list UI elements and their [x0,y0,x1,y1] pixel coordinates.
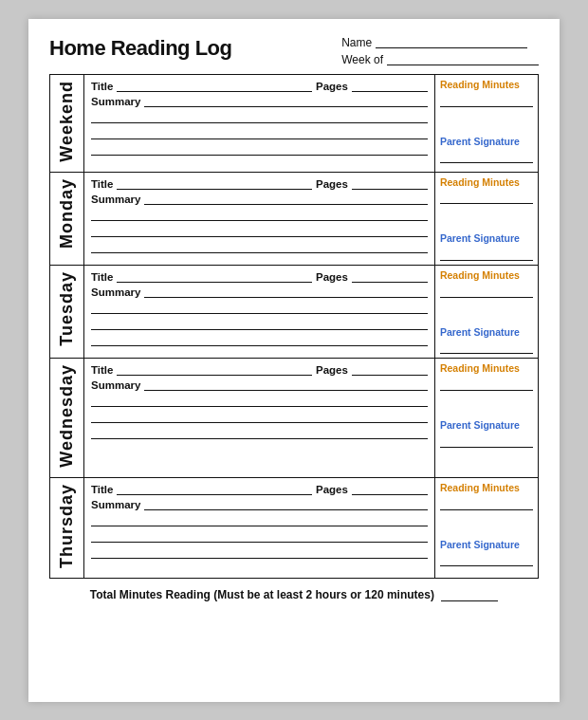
day-cell-tuesday: Tuesday [50,265,84,358]
title-underline[interactable] [117,270,312,283]
parent-line-weekend[interactable] [440,150,533,163]
title-row-tuesday: Title Pages [91,270,428,283]
parent-line-monday[interactable] [440,248,533,261]
line2-wednesday [91,410,428,423]
pages-underline[interactable] [352,80,428,92]
table-row: Thursday Title Pages Summary [50,477,539,578]
sig-cell-wednesday: Reading Minutes Parent Signature [434,359,538,478]
parent-sig-tuesday: Parent Signature [440,326,533,340]
summary-underline[interactable] [144,95,427,107]
day-label-wednesday: Wednesday [57,360,77,471]
sig-cell-thursday: Reading Minutes Parent Signature [434,477,538,578]
table-row: Wednesday Title Pages Summary [50,359,539,478]
title-label: Title [91,364,113,376]
pages-label: Pages [316,484,348,495]
reading-minutes-tuesday: Reading Minutes [440,269,533,283]
name-underline[interactable] [376,37,527,48]
line2-tuesday [91,317,428,330]
summary-underline[interactable] [144,286,427,298]
pages-underline[interactable] [352,177,428,190]
week-label: Week of [341,53,383,66]
summary-row-monday: Summary [91,193,428,205]
line3-tuesday [91,333,428,346]
name-label: Name [341,36,372,49]
line2-thursday [91,529,428,543]
day-label-thursday: Thursday [57,480,77,572]
summary-label: Summary [91,194,140,205]
day-label-tuesday: Tuesday [57,268,77,350]
reading-line-monday[interactable] [440,191,533,204]
reading-minutes-thursday: Reading Minutes [440,482,533,495]
sig-cell-tuesday: Reading Minutes Parent Signature [434,265,538,358]
reading-line-weekend[interactable] [440,94,533,107]
name-line: Name [341,36,527,49]
header-right: Name Week of [341,36,539,66]
content-cell-wednesday: Title Pages Summary [84,359,435,478]
parent-line-tuesday[interactable] [440,341,533,354]
reading-minutes-weekend: Reading Minutes [440,79,533,92]
line3-wednesday [91,426,428,439]
line3-thursday [91,545,428,559]
page: Home Reading Log Name Week of Weekend [28,19,560,702]
pages-label: Pages [316,178,348,190]
title-label: Title [91,178,113,190]
reading-line-wednesday[interactable] [440,378,533,391]
parent-line-wednesday[interactable] [440,434,533,448]
line1-monday [91,208,428,221]
summary-label: Summary [91,499,140,510]
summary-row-tuesday: Summary [91,286,428,298]
title-label: Title [91,271,113,283]
day-cell-monday: Monday [50,172,84,265]
parent-line-thursday[interactable] [440,553,533,566]
content-cell-weekend: Title Pages Summary [84,75,435,173]
reading-line-thursday[interactable] [440,497,533,510]
log-table: Weekend Title Pages Summary [49,74,539,579]
line3-weekend [91,142,428,156]
line1-wednesday [91,394,428,407]
reading-minutes-wednesday: Reading Minutes [440,362,533,376]
header: Home Reading Log Name Week of [49,36,539,66]
day-cell-weekend: Weekend [50,75,84,173]
day-cell-thursday: Thursday [50,477,84,578]
summary-underline[interactable] [144,498,427,510]
line2-monday [91,224,428,237]
day-cell-wednesday: Wednesday [50,359,84,478]
line1-tuesday [91,301,428,314]
parent-sig-thursday: Parent Signature [440,539,533,552]
pages-underline[interactable] [352,483,428,495]
footer-text: Total Minutes Reading (Must be at least … [90,588,434,601]
day-label-weekend: Weekend [57,77,77,166]
sig-cell-monday: Reading Minutes Parent Signature [434,172,538,265]
content-cell-tuesday: Title Pages Summary [84,265,435,358]
title-underline[interactable] [117,177,312,190]
content-cell-thursday: Title Pages Summary [84,477,435,578]
summary-underline[interactable] [144,378,427,391]
line1-weekend [91,110,428,123]
parent-sig-weekend: Parent Signature [440,136,533,149]
title-underline[interactable] [117,363,312,376]
title-underline[interactable] [117,80,312,92]
title-row-wednesday: Title Pages [91,363,428,376]
total-minutes-underline[interactable] [441,589,498,601]
title-underline[interactable] [117,483,312,495]
pages-underline[interactable] [352,270,428,283]
table-row: Weekend Title Pages Summary [50,75,539,173]
title-row-thursday: Title Pages [91,483,428,495]
content-cell-monday: Title Pages Summary [84,172,435,265]
line3-monday [91,240,428,253]
line2-weekend [91,126,428,139]
line1-thursday [91,513,428,526]
table-row: Monday Title Pages Summary [50,172,539,265]
summary-label: Summary [91,286,140,298]
week-underline[interactable] [387,54,539,65]
parent-sig-monday: Parent Signature [440,232,533,246]
pages-underline[interactable] [352,363,428,376]
parent-sig-wednesday: Parent Signature [440,419,533,433]
pages-label: Pages [316,364,348,376]
footer: Total Minutes Reading (Must be at least … [49,588,539,601]
title-label: Title [91,484,113,495]
title-row-weekend: Title Pages [91,80,428,92]
reading-line-tuesday[interactable] [440,285,533,298]
sig-cell-weekend: Reading Minutes Parent Signature [434,75,538,173]
summary-underline[interactable] [144,193,427,205]
